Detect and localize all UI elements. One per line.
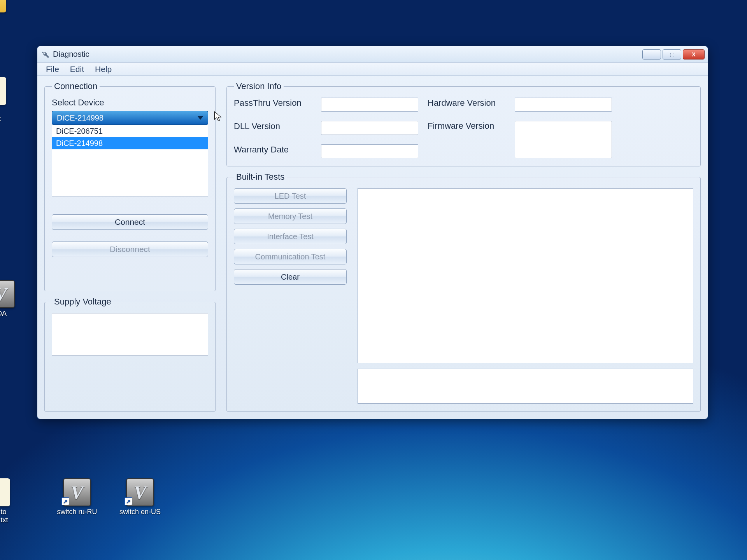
maximize-button[interactable]: ▢ [663, 49, 681, 60]
passthru-version-label: PassThru Version [234, 98, 312, 108]
close-icon: X [692, 51, 695, 58]
titlebar[interactable]: Diagnostic — ▢ X [37, 46, 708, 63]
warranty-date-field[interactable] [321, 144, 418, 158]
dll-version-field[interactable] [321, 121, 418, 135]
led-test-button[interactable]: LED Test [234, 188, 347, 204]
desktop-icon-label: switch en-US [117, 508, 163, 516]
supply-voltage-display [52, 313, 208, 356]
dll-version-label: DLL Version [234, 121, 312, 131]
shortcut-arrow-icon: ↗ [61, 497, 69, 505]
desktop-icon-vida[interactable]: V ↗ IDA [0, 280, 24, 318]
menu-file[interactable]: File [40, 63, 65, 75]
window-title: Diagnostic [53, 50, 89, 59]
warranty-date-label: Warranty Date [234, 145, 312, 155]
minimize-button[interactable]: — [642, 49, 661, 60]
connection-group: Connection Select Device DiCE-214998 DiC… [44, 81, 216, 291]
desktop[interactable]: зина elp s.mht V ↗ IDA now to vitch.txt … [0, 0, 747, 560]
desktop-icon-label: switch ru-RU [54, 508, 100, 516]
chevron-down-icon [198, 116, 203, 120]
diagnostic-window: Diagnostic — ▢ X File Edit Help Connecti… [37, 46, 708, 419]
communication-test-button[interactable]: Communication Test [234, 249, 347, 264]
built-in-tests-group: Built-in Tests LED Test Memory Test Inte… [226, 172, 701, 412]
device-option[interactable]: DiCE-214998 [52, 137, 208, 149]
hardware-version-field[interactable] [515, 98, 612, 112]
hardware-version-label: Hardware Version [428, 98, 505, 108]
menu-edit[interactable]: Edit [65, 63, 89, 75]
desktop-icon-folder-top[interactable]: зина [0, 0, 16, 22]
desktop-icon-switch-ru[interactable]: V ↗ switch ru-RU [54, 478, 100, 516]
select-device-label: Select Device [52, 98, 208, 108]
supply-voltage-legend: Supply Voltage [52, 297, 114, 307]
interface-test-button[interactable]: Interface Test [234, 229, 347, 244]
device-option[interactable]: DiCE-206751 [52, 125, 208, 137]
connect-button[interactable]: Connect [52, 214, 208, 230]
memory-test-button[interactable]: Memory Test [234, 208, 347, 224]
clear-button[interactable]: Clear [234, 269, 347, 285]
device-combobox-value: DiCE-214998 [57, 114, 103, 122]
desktop-icon-label: зина [0, 14, 16, 22]
firmware-version-field[interactable] [515, 121, 612, 158]
wrench-icon [41, 50, 50, 59]
disconnect-button[interactable]: Disconnect [52, 242, 208, 257]
device-combobox[interactable]: DiCE-214998 [52, 111, 208, 125]
tests-output-panel[interactable] [358, 188, 693, 363]
desktop-icon-label: IDA [0, 310, 24, 318]
menubar: File Edit Help [37, 63, 708, 76]
passthru-version-field[interactable] [321, 98, 418, 112]
version-info-group: Version Info PassThru Version Hardware V… [226, 81, 701, 166]
device-combobox-list[interactable]: DiCE-206751 DiCE-214998 [52, 125, 208, 196]
desktop-icon-switch-en[interactable]: V ↗ switch en-US [117, 478, 163, 516]
desktop-icon-help-mht[interactable]: elp s.mht [0, 77, 16, 123]
maximize-icon: ▢ [670, 51, 675, 58]
minimize-icon: — [649, 51, 654, 58]
supply-voltage-group: Supply Voltage [44, 297, 216, 412]
desktop-icon-label: now to vitch.txt [0, 508, 19, 524]
desktop-icon-howto-txt[interactable]: now to vitch.txt [0, 478, 19, 524]
connection-legend: Connection [52, 81, 100, 91]
close-button[interactable]: X [683, 49, 705, 60]
shortcut-arrow-icon: ↗ [124, 497, 132, 505]
version-info-legend: Version Info [234, 81, 284, 91]
desktop-icon-label: elp s.mht [0, 107, 16, 123]
menu-help[interactable]: Help [89, 63, 117, 75]
built-in-tests-legend: Built-in Tests [234, 172, 287, 182]
tests-status-panel[interactable] [358, 369, 693, 404]
firmware-version-label: Firmware Version [428, 121, 505, 131]
